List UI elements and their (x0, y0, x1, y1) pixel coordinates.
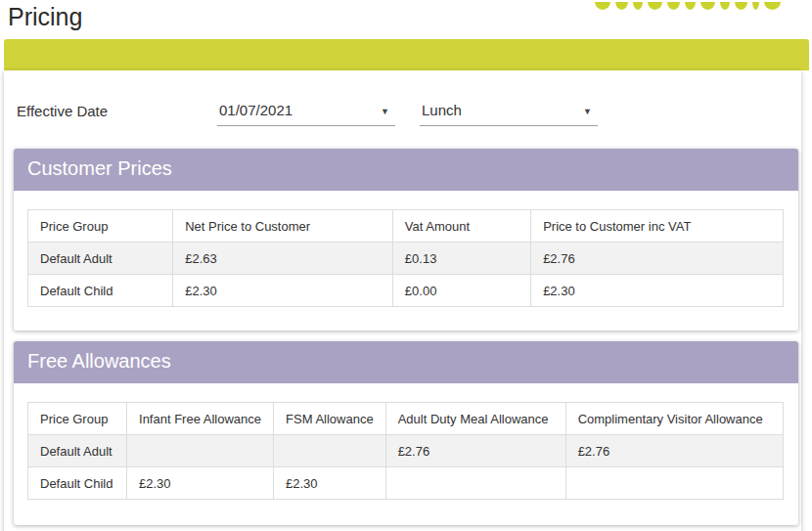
main-panel: Effective Date 01/07/2021 ▼ Lunch ▼ Cust… (4, 70, 801, 531)
cell: Default Adult (28, 435, 127, 467)
cell: £2.30 (173, 275, 393, 307)
logo-glyph (615, 2, 628, 10)
meal-type-value: Lunch (422, 102, 462, 118)
cell: Default Adult (28, 243, 173, 275)
table-row: Default Child£2.30£2.30 (28, 467, 784, 500)
table-row: Default Child£2.30£0.00£2.30 (28, 275, 784, 307)
table-row: Default Adult£2.76£2.76 (28, 435, 784, 467)
free-allowances-body: Price GroupInfant Free AllowanceFSM Allo… (14, 383, 798, 525)
meal-type-select[interactable]: Lunch ▼ (420, 99, 598, 126)
column-header: FSM Allowance (274, 403, 386, 435)
column-header: Infant Free Allowance (127, 403, 274, 435)
table-header-row: Price GroupNet Price to CustomerVat Amou… (28, 210, 784, 243)
logo-cropped-glyphs (595, 2, 781, 10)
customer-prices-body: Price GroupNet Price to CustomerVat Amou… (14, 191, 798, 331)
logo-glyph (720, 2, 730, 10)
chevron-down-icon: ▼ (583, 105, 592, 116)
table-row: Default Adult£2.63£0.13£2.76 (28, 243, 784, 275)
column-header: Vat Amount (392, 210, 530, 243)
cell: £2.30 (531, 275, 784, 307)
column-header: Price Group (28, 403, 127, 435)
customer-prices-table: Price GroupNet Price to CustomerVat Amou… (27, 209, 784, 307)
effective-date-select[interactable]: 01/07/2021 ▼ (217, 99, 395, 126)
page-title: Pricing (8, 2, 82, 31)
effective-date-value: 01/07/2021 (219, 102, 293, 118)
cell: Default Child (28, 467, 127, 500)
cell (385, 467, 565, 500)
chevron-down-icon: ▼ (381, 105, 389, 116)
customer-prices-title: Customer Prices (14, 149, 798, 191)
cell: £2.30 (274, 467, 386, 500)
effective-date-label: Effective Date (17, 99, 217, 119)
cell (565, 467, 783, 500)
free-allowances-table: Price GroupInfant Free AllowanceFSM Allo… (27, 402, 784, 500)
logo-glyph (633, 2, 643, 10)
cell (127, 435, 274, 467)
cell: £2.76 (385, 435, 565, 467)
cell: £0.13 (392, 243, 530, 275)
cell: £0.00 (392, 275, 530, 307)
top-bar: Pricing (0, 0, 812, 39)
logo-glyph (667, 2, 680, 10)
column-header: Complimentary Visitor Allowance (565, 403, 783, 435)
logo-glyph (764, 2, 781, 10)
table-header-row: Price GroupInfant Free AllowanceFSM Allo… (28, 403, 784, 435)
logo-glyph (700, 2, 715, 10)
banner-bar (4, 39, 809, 70)
pricing-page: Pricing Effective Date 01/07/2021 ▼ Lunc… (0, 0, 812, 531)
logo-glyph (752, 2, 759, 10)
logo-glyph (648, 2, 662, 10)
free-allowances-card: Free Allowances Price GroupInfant Free A… (14, 341, 798, 525)
logo-glyph (595, 2, 610, 10)
cell: Default Child (28, 275, 173, 307)
customer-prices-card: Customer Prices Price GroupNet Price to … (14, 149, 798, 331)
cell (274, 435, 386, 467)
column-header: Net Price to Customer (173, 210, 393, 243)
cell: £2.30 (127, 467, 274, 500)
column-header: Price Group (28, 210, 173, 243)
logo-glyph (685, 2, 696, 10)
column-header: Adult Duty Meal Allowance (385, 403, 565, 435)
filter-row: Effective Date 01/07/2021 ▼ Lunch ▼ (14, 70, 798, 149)
logo-glyph (735, 2, 747, 10)
free-allowances-title: Free Allowances (14, 341, 798, 383)
cell: £2.76 (565, 435, 783, 467)
cell: £2.63 (173, 243, 393, 275)
cell: £2.76 (531, 243, 784, 275)
column-header: Price to Customer inc VAT (531, 210, 784, 243)
logo (595, 2, 781, 11)
